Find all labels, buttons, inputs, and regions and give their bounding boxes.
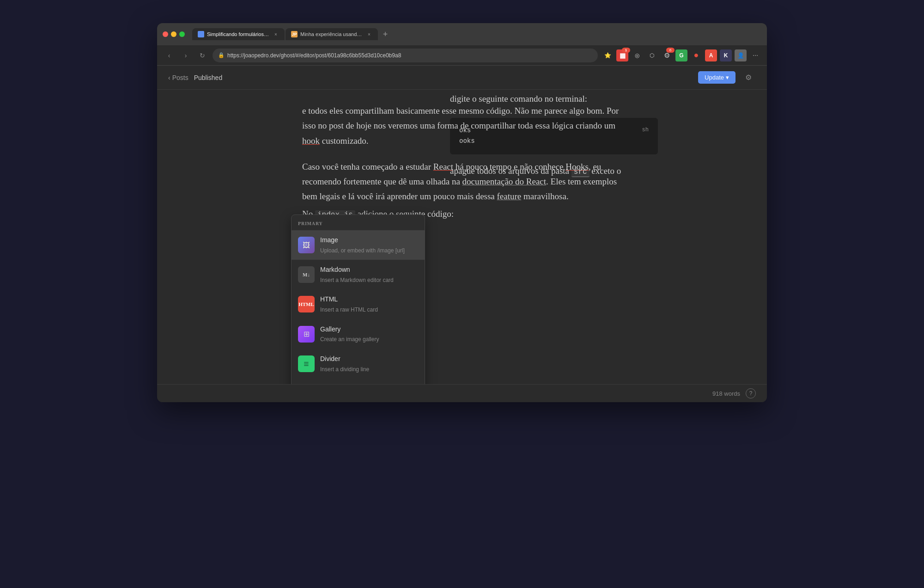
image-desc: Upload, or embed with /image [url] xyxy=(320,246,418,255)
word-count: 918 words xyxy=(712,390,740,397)
code-line-1: oks xyxy=(459,125,471,136)
browser-titlebar: Simplificando formulários no R × JP Minh… xyxy=(157,23,767,45)
ext-hex[interactable]: ⬡ xyxy=(646,49,658,61)
tab-1-favicon xyxy=(198,31,204,37)
ext-circle[interactable]: ◎ xyxy=(631,49,643,61)
reload-button[interactable]: ↻ xyxy=(196,49,209,62)
content-right-side: ar um projeto React. Para isso, vá até a… xyxy=(450,90,622,179)
menu-item-gallery[interactable]: ⊞ Gallery Create an image gallery xyxy=(292,319,425,349)
update-arrow-icon: ▾ xyxy=(726,74,729,81)
divider-desc: Insert a dividing line xyxy=(320,365,418,374)
url-bar[interactable]: 🔒 https://joaopedro.dev/ghost/#/editor/p… xyxy=(213,49,598,62)
new-tab-button[interactable]: + xyxy=(379,28,392,41)
editor-content[interactable]: e todos eles compartilham basicamente es… xyxy=(157,90,767,384)
markdown-title: Markdown xyxy=(320,264,418,276)
ext-avatar[interactable]: 👤 xyxy=(735,49,747,61)
tab-2-label: Minha experiência usando o G xyxy=(300,31,363,37)
menu-item-image[interactable]: 🖼 Image Upload, or embed with /image [ur… xyxy=(292,230,425,260)
url-text: https://joaopedro.dev/ghost/#/editor/pos… xyxy=(227,52,401,59)
divider-title: Divider xyxy=(320,354,418,365)
traffic-lights xyxy=(163,31,185,37)
ext-addon[interactable]: A xyxy=(705,49,717,61)
tabs-container: Simplificando formulários no R × JP Minh… xyxy=(192,28,761,41)
code-lang: sh xyxy=(642,125,649,136)
markdown-icon: M↓ xyxy=(298,266,315,283)
html-icon: HTML xyxy=(298,296,315,312)
minimize-button[interactable] xyxy=(171,31,176,37)
gallery-icon: ⊞ xyxy=(298,326,315,343)
content-body: e todos eles compartilham basicamente es… xyxy=(291,104,633,221)
back-chevron-icon: ‹ xyxy=(168,74,170,81)
tab-2[interactable]: JP Minha experiência usando o G × xyxy=(286,28,378,40)
menu-item-html[interactable]: HTML HTML Insert a raw HTML card xyxy=(292,289,425,319)
tab-1-close[interactable]: × xyxy=(273,31,279,37)
slash-menu: PRIMARY 🖼 Image Upload, or embed with /i… xyxy=(291,214,425,384)
tab-2-favicon: JP xyxy=(291,31,298,37)
close-button[interactable] xyxy=(163,31,168,37)
ext-red[interactable]: ● xyxy=(690,49,702,61)
tab-1-label: Simplificando formulários no R xyxy=(207,31,270,37)
gallery-title: Gallery xyxy=(320,324,418,335)
ext-grid[interactable]: ▦ xyxy=(616,49,628,61)
editor-container: ‹ Posts Published Update ▾ ⚙ e todos ele… xyxy=(157,66,767,402)
help-button[interactable]: ? xyxy=(746,388,756,398)
posts-label: Posts xyxy=(172,74,188,81)
forward-button[interactable]: › xyxy=(179,49,192,62)
divider-icon: ≡ xyxy=(298,355,315,372)
paragraph-4: apague todos os arquivos da pasta src ex… xyxy=(450,164,622,178)
topbar-right: Update ▾ ⚙ xyxy=(698,70,756,85)
menu-item-markdown[interactable]: M↓ Markdown Insert a Markdown editor car… xyxy=(292,260,425,289)
lock-icon: 🔒 xyxy=(218,52,225,58)
update-button[interactable]: Update ▾ xyxy=(698,71,736,84)
topbar-left: ‹ Posts Published xyxy=(168,74,222,81)
code-line-2: ooks xyxy=(459,137,475,145)
ext-star[interactable]: ⭐ xyxy=(602,49,614,61)
menu-item-divider[interactable]: ≡ Divider Insert a dividing line xyxy=(292,349,425,379)
html-desc: Insert a raw HTML card xyxy=(320,305,418,314)
posts-link[interactable]: ‹ Posts xyxy=(168,74,188,81)
status-badge: Published xyxy=(194,74,223,81)
ext-g[interactable]: G xyxy=(675,49,687,61)
update-label: Update xyxy=(705,74,724,81)
menu-item-bookmark[interactable]: 🔖 Bookmark Embed a link as a visual book… xyxy=(292,379,425,384)
editor-statusbar: 918 words ? xyxy=(157,384,767,402)
ext-more[interactable]: ⋯ xyxy=(749,49,761,61)
gallery-desc: Create an image gallery xyxy=(320,335,418,344)
settings-button[interactable]: ⚙ xyxy=(741,70,756,85)
editor-topbar: ‹ Posts Published Update ▾ ⚙ xyxy=(157,66,767,90)
back-button[interactable]: ‹ xyxy=(163,49,176,62)
hook-link[interactable]: hook xyxy=(302,136,320,146)
tab-2-close[interactable]: × xyxy=(366,31,372,37)
html-title: HTML xyxy=(320,294,418,305)
menu-section-label: PRIMARY xyxy=(292,215,425,230)
feature-link[interactable]: feature xyxy=(497,191,522,201)
image-icon: 🖼 xyxy=(298,237,315,253)
markdown-desc: Insert a Markdown editor card xyxy=(320,276,418,285)
ext-k[interactable]: K xyxy=(720,49,732,61)
ext-settings[interactable]: ⚙ xyxy=(661,49,673,61)
tab-1[interactable]: Simplificando formulários no R × xyxy=(192,28,285,40)
browser-extensions: ⭐ ▦ ◎ ⬡ ⚙ G ● A K 👤 ⋯ xyxy=(602,49,761,61)
bookmark-title: Bookmark xyxy=(320,383,418,384)
image-title: Image xyxy=(320,235,418,246)
src-code: src xyxy=(571,167,590,177)
maximize-button[interactable] xyxy=(179,31,185,37)
browser-toolbar: ‹ › ↻ 🔒 https://joaopedro.dev/ghost/#/ed… xyxy=(157,45,767,66)
